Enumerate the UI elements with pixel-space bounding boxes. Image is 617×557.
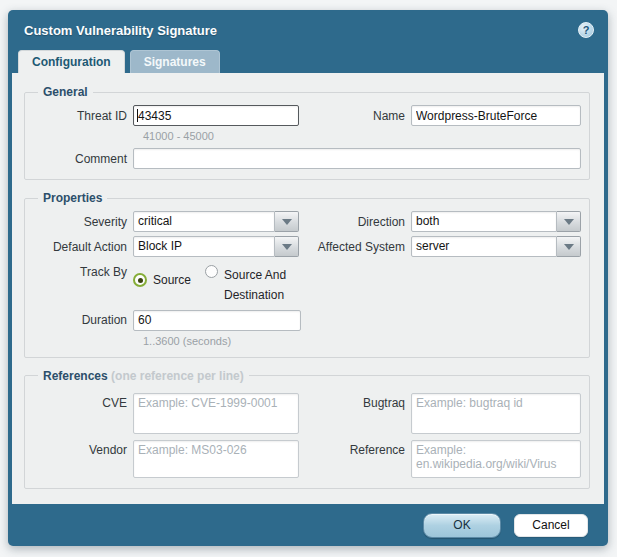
references-legend-title: References bbox=[43, 369, 108, 383]
name-input[interactable] bbox=[411, 105, 581, 126]
threat-id-field-wrap bbox=[133, 105, 299, 126]
screen-background: Custom Vulnerability Signature ? Configu… bbox=[0, 0, 617, 557]
help-icon[interactable]: ? bbox=[578, 22, 594, 38]
severity-label: Severity bbox=[33, 215, 133, 229]
properties-section: Properties Severity critical Direction b… bbox=[24, 191, 590, 358]
default-action-dropdown-button[interactable] bbox=[275, 236, 299, 257]
dialog-footer: OK Cancel bbox=[8, 504, 608, 546]
direction-dropdown-button[interactable] bbox=[557, 211, 581, 232]
comment-input[interactable] bbox=[133, 148, 581, 169]
radio-source-and-destination[interactable]: Source And Destination bbox=[205, 265, 296, 306]
dialog-titlebar: Custom Vulnerability Signature ? bbox=[8, 10, 608, 50]
radio-selected-icon[interactable] bbox=[133, 273, 147, 287]
cve-textarea[interactable] bbox=[133, 393, 299, 434]
custom-vulnerability-signature-dialog: Custom Vulnerability Signature ? Configu… bbox=[8, 10, 608, 546]
references-legend: References (one reference per line) bbox=[38, 369, 249, 383]
name-label: Name bbox=[299, 109, 411, 123]
references-legend-note: (one reference per line) bbox=[111, 369, 244, 383]
dialog-title: Custom Vulnerability Signature bbox=[24, 23, 578, 38]
affected-system-value: server bbox=[411, 236, 557, 257]
affected-system-dropdown[interactable]: server bbox=[411, 236, 581, 257]
threat-id-label: Threat ID bbox=[33, 109, 133, 123]
radio-source[interactable]: Source bbox=[133, 273, 191, 287]
chevron-down-icon bbox=[564, 219, 574, 225]
cve-label: CVE bbox=[33, 393, 133, 410]
chevron-down-icon bbox=[282, 244, 292, 250]
references-section: References (one reference per line) CVE … bbox=[24, 369, 590, 489]
reference-textarea[interactable] bbox=[411, 440, 581, 478]
severity-dropdown[interactable]: critical bbox=[133, 211, 299, 232]
tab-signatures[interactable]: Signatures bbox=[130, 50, 220, 73]
configuration-panel: General Threat ID Name 41000 - 45000 Com… bbox=[12, 73, 604, 504]
severity-dropdown-button[interactable] bbox=[275, 211, 299, 232]
vendor-textarea[interactable] bbox=[133, 440, 299, 478]
chevron-down-icon bbox=[564, 244, 574, 250]
general-legend: General bbox=[38, 85, 93, 99]
affected-system-dropdown-button[interactable] bbox=[557, 236, 581, 257]
properties-legend: Properties bbox=[38, 191, 107, 205]
text-cursor bbox=[137, 109, 138, 122]
direction-dropdown[interactable]: both bbox=[411, 211, 581, 232]
ok-button[interactable]: OK bbox=[423, 513, 501, 538]
threat-id-hint: 41000 - 45000 bbox=[143, 130, 581, 142]
general-section: General Threat ID Name 41000 - 45000 Com… bbox=[24, 85, 590, 180]
default-action-dropdown[interactable]: Block IP bbox=[133, 236, 299, 257]
track-by-radio-group: Source Source And Destination bbox=[133, 263, 296, 306]
duration-input[interactable] bbox=[133, 310, 301, 331]
tab-bar: Configuration Signatures bbox=[8, 50, 608, 73]
default-action-label: Default Action bbox=[33, 240, 133, 254]
radio-unselected-icon[interactable] bbox=[205, 265, 218, 278]
direction-label: Direction bbox=[299, 215, 411, 229]
duration-hint: 1..3600 (seconds) bbox=[143, 335, 581, 347]
severity-value: critical bbox=[133, 211, 275, 232]
reference-label: Reference bbox=[299, 440, 411, 457]
comment-label: Comment bbox=[33, 152, 133, 166]
bugtraq-textarea[interactable] bbox=[411, 393, 581, 434]
vendor-label: Vendor bbox=[33, 440, 133, 457]
direction-value: both bbox=[411, 211, 557, 232]
bugtraq-label: Bugtraq bbox=[299, 393, 411, 410]
tab-configuration[interactable]: Configuration bbox=[18, 50, 125, 73]
radio-source-and-destination-label: Source And Destination bbox=[224, 265, 296, 306]
cancel-button[interactable]: Cancel bbox=[514, 514, 588, 537]
affected-system-label: Affected System bbox=[299, 240, 411, 254]
radio-source-label: Source bbox=[153, 273, 191, 287]
duration-label: Duration bbox=[33, 313, 133, 327]
track-by-label: Track By bbox=[33, 263, 133, 279]
default-action-value: Block IP bbox=[133, 236, 275, 257]
chevron-down-icon bbox=[282, 219, 292, 225]
threat-id-input[interactable] bbox=[133, 105, 299, 126]
